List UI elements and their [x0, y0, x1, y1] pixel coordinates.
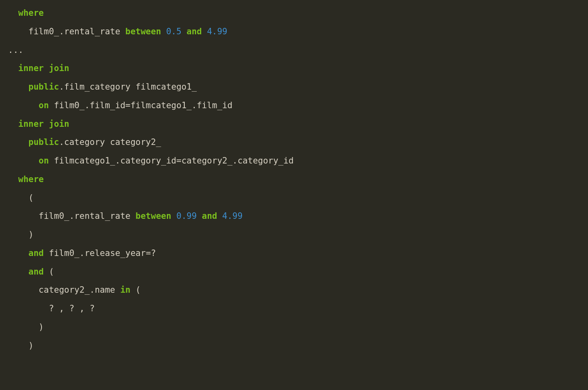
- expr-release-year: film0_.release_year=?: [44, 248, 161, 258]
- code-content: where film0_.rental_rate between 0.5 and…: [0, 4, 588, 355]
- kw-join-1: join: [49, 63, 69, 73]
- rparen-3: ): [29, 341, 34, 350]
- kw-between-2: between: [136, 211, 171, 221]
- kw-inner-2: inner: [18, 119, 44, 129]
- kw-join-2: join: [49, 119, 69, 129]
- expr-category-name: category2_.name: [39, 285, 120, 295]
- num-4-99-b: 4.99: [222, 211, 243, 221]
- table-film-category: .film_category filmcatego1_: [59, 82, 202, 92]
- ellipsis: ...: [8, 45, 23, 55]
- kw-and-4: and: [29, 267, 44, 277]
- num-4-99-a: 4.99: [207, 27, 227, 36]
- sql-code-block: where film0_.rental_rate between 0.5 and…: [0, 0, 588, 390]
- kw-on-1: on: [39, 101, 49, 110]
- schema-public-1: public: [29, 82, 59, 92]
- kw-between-1: between: [125, 27, 161, 36]
- kw-where: where: [18, 8, 44, 18]
- lparen-3: (: [130, 285, 140, 295]
- expr-rental-rate-2: film0_.rental_rate: [39, 211, 136, 221]
- kw-where-2: where: [18, 174, 44, 184]
- kw-inner-1: inner: [18, 63, 44, 73]
- num-0-99: 0.99: [176, 211, 197, 221]
- join-cond-1: film0_.film_id=filmcatego1_.film_id: [49, 101, 238, 110]
- kw-and-3: and: [29, 248, 44, 258]
- kw-and-2: and: [202, 211, 217, 221]
- schema-public-2: public: [29, 137, 59, 147]
- kw-on-2: on: [39, 156, 49, 166]
- lparen-2: (: [44, 267, 54, 277]
- join-cond-2: filmcatego1_.category_id=category2_.cate…: [49, 156, 299, 166]
- placeholders: ? , ? , ?: [49, 304, 95, 313]
- kw-and-1: and: [187, 27, 202, 36]
- table-category: .category category2_: [59, 137, 166, 147]
- lparen-1: (: [29, 193, 34, 203]
- rparen-2: ): [39, 322, 44, 332]
- rparen-1: ): [29, 230, 39, 239]
- kw-in: in: [120, 285, 130, 295]
- num-0-5: 0.5: [166, 27, 181, 36]
- expr-rental-rate-1: film0_.rental_rate: [29, 27, 125, 36]
